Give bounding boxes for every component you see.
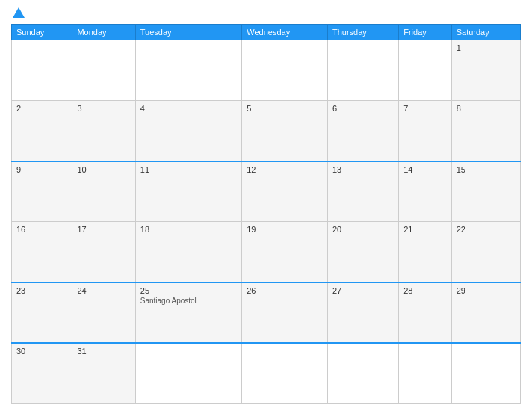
day-number: 2 — [16, 104, 67, 113]
calendar-cell: 5 — [242, 101, 328, 161]
day-number: 5 — [247, 104, 323, 113]
calendar-cell: 6 — [327, 101, 398, 161]
calendar-cell: 7 — [399, 101, 451, 161]
calendar-cell: 9 — [12, 161, 72, 222]
calendar-cell — [135, 343, 241, 404]
day-number: 6 — [332, 104, 394, 113]
day-number: 8 — [457, 104, 516, 113]
calendar-cell: 1 — [451, 40, 520, 101]
calendar-week-row: 3031 — [12, 343, 521, 404]
day-number: 12 — [247, 165, 323, 174]
calendar-cell: 2 — [12, 101, 72, 161]
event-label: Santiago Apostol — [140, 297, 237, 305]
weekday-sunday: Sunday — [12, 25, 72, 40]
calendar-cell: 23 — [12, 282, 72, 343]
calendar-cell: 22 — [451, 222, 520, 282]
calendar-cell: 14 — [399, 161, 451, 222]
weekday-monday: Monday — [72, 25, 135, 40]
day-number: 29 — [457, 286, 516, 295]
calendar-cell: 8 — [451, 101, 520, 161]
day-number: 14 — [403, 165, 446, 174]
day-number: 20 — [332, 225, 394, 234]
calendar-cell: 17 — [72, 222, 135, 282]
day-number: 30 — [16, 347, 67, 356]
day-number: 7 — [403, 104, 446, 113]
calendar-week-row: 9101112131415 — [12, 161, 521, 222]
weekday-tuesday: Tuesday — [135, 25, 241, 40]
day-number: 24 — [77, 286, 130, 295]
day-number: 27 — [332, 286, 394, 295]
calendar-cell: 4 — [135, 101, 241, 161]
weekday-saturday: Saturday — [451, 25, 520, 40]
day-number: 15 — [457, 165, 516, 174]
calendar-cell: 25Santiago Apostol — [135, 282, 241, 343]
calendar-cell: 28 — [399, 282, 451, 343]
calendar-cell: 20 — [327, 222, 398, 282]
calendar-week-row: 232425Santiago Apostol26272829 — [12, 282, 521, 343]
calendar-cell: 19 — [242, 222, 328, 282]
weekday-header-row: SundayMondayTuesdayWednesdayThursdayFrid… — [12, 25, 521, 40]
calendar-cell: 30 — [12, 343, 72, 404]
day-number: 18 — [140, 225, 237, 234]
calendar-cell: 27 — [327, 282, 398, 343]
day-number: 10 — [77, 165, 130, 174]
day-number: 31 — [77, 347, 130, 356]
calendar-table: SundayMondayTuesdayWednesdayThursdayFrid… — [11, 24, 521, 404]
calendar-cell — [399, 343, 451, 404]
day-number: 13 — [332, 165, 394, 174]
calendar-cell: 11 — [135, 161, 241, 222]
day-number: 25 — [140, 286, 237, 295]
calendar-cell — [72, 40, 135, 101]
calendar-cell — [327, 343, 398, 404]
calendar-cell — [451, 343, 520, 404]
calendar-cell: 10 — [72, 161, 135, 222]
calendar-week-row: 1 — [12, 40, 521, 101]
calendar-cell: 18 — [135, 222, 241, 282]
calendar-cell — [399, 40, 451, 101]
calendar-cell: 3 — [72, 101, 135, 161]
calendar-cell: 31 — [72, 343, 135, 404]
calendar-cell — [327, 40, 398, 101]
day-number: 16 — [16, 225, 67, 234]
day-number: 26 — [247, 286, 323, 295]
calendar-cell: 16 — [12, 222, 72, 282]
calendar-cell: 13 — [327, 161, 398, 222]
calendar-cell — [12, 40, 72, 101]
day-number: 9 — [16, 165, 67, 174]
day-number: 1 — [457, 43, 516, 52]
day-number: 28 — [403, 286, 446, 295]
logo — [11, 7, 25, 18]
weekday-wednesday: Wednesday — [242, 25, 328, 40]
day-number: 11 — [140, 165, 237, 174]
calendar-cell: 15 — [451, 161, 520, 222]
calendar-week-row: 2345678 — [12, 101, 521, 161]
weekday-thursday: Thursday — [327, 25, 398, 40]
day-number: 3 — [77, 104, 130, 113]
calendar-cell — [242, 40, 328, 101]
calendar-cell: 29 — [451, 282, 520, 343]
day-number: 22 — [457, 225, 516, 234]
day-number: 23 — [16, 286, 67, 295]
calendar-cell — [242, 343, 328, 404]
calendar-week-row: 16171819202122 — [12, 222, 521, 282]
calendar-cell — [135, 40, 241, 101]
calendar-header — [11, 7, 521, 18]
weekday-friday: Friday — [399, 25, 451, 40]
calendar-cell: 12 — [242, 161, 328, 222]
calendar-page: SundayMondayTuesdayWednesdayThursdayFrid… — [0, 0, 532, 411]
logo-triangle-icon — [13, 7, 25, 18]
day-number: 19 — [247, 225, 323, 234]
day-number: 17 — [77, 225, 130, 234]
day-number: 4 — [140, 104, 237, 113]
calendar-cell: 26 — [242, 282, 328, 343]
calendar-cell: 21 — [399, 222, 451, 282]
calendar-cell: 24 — [72, 282, 135, 343]
day-number: 21 — [403, 225, 446, 234]
